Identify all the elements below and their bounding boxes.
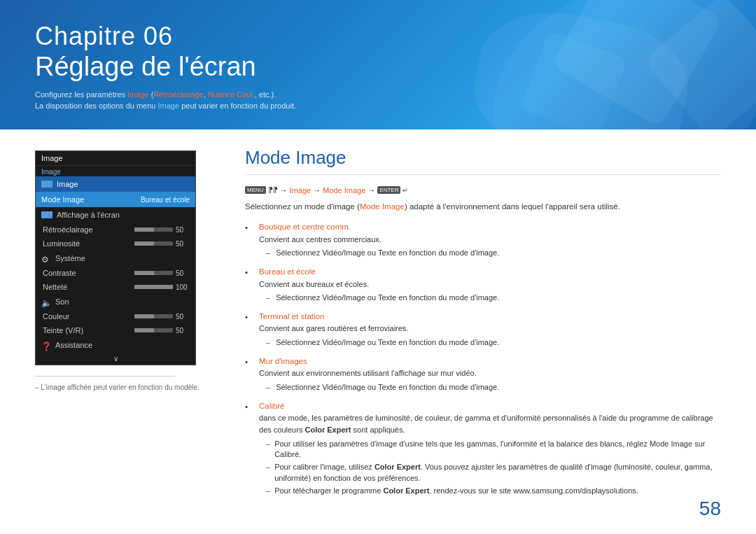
teinte-bar [134, 328, 173, 332]
affichage-icon [41, 211, 52, 218]
bureau-text: Convient aux bureaux et écoles. [259, 280, 369, 288]
calibre-content: Calibré dans ce mode, les paramètres de … [259, 400, 721, 499]
menu-item-contraste: Contraste 50 [36, 266, 195, 280]
terminal-sub-text: Sélectionnez Vidéo/Image ou Texte en fon… [276, 337, 499, 348]
calibre-text: dans ce mode, les paramètres de luminosi… [259, 414, 713, 434]
subtitle-link-retro: Rétroéclairage [153, 90, 204, 99]
calibre-sub-list: Pour utiliser les paramètres d'image d'u… [266, 439, 721, 497]
page-title: Réglage de l'écran [35, 51, 296, 83]
subtitle-link-nuance: Nuance Coul. [208, 90, 255, 99]
couleur-value: 50 [176, 313, 190, 321]
menu-item-nettete: Netteté 100 [36, 280, 195, 294]
bullet-boutique: Boutique et centre comm. Convient aux ce… [245, 221, 721, 260]
menu-section-label: Image [36, 166, 195, 176]
mur-sub-text: Sélectionnez Vidéo/Image ou Texte en fon… [276, 382, 499, 393]
menu-item-affichage: Affichage à l'écran [36, 207, 195, 223]
retroeclairage-value: 50 [176, 226, 190, 234]
menu-path: MENU ⁋⁋ → Image → Mode Image → ENTER ↵ [245, 185, 721, 195]
bullet-bureau: Bureau et école Convient aux bureaux et … [245, 266, 721, 305]
teinte-bar-container: 50 [134, 327, 190, 335]
divider [35, 376, 175, 377]
mur-sub: Sélectionnez Vidéo/Image ou Texte en fon… [266, 382, 721, 393]
systeme-label: Système [55, 254, 85, 262]
left-panel: Image Image Image Mode Image Bureau et é… [35, 143, 217, 520]
couleur-bar-container: 50 [134, 313, 190, 321]
bullet-mur: Mur d'images Convient aux environnements… [245, 356, 721, 395]
bullet-terminal: Terminal et station Convient aux gares r… [245, 311, 721, 350]
menu-footnote: – L'image affichée peut varier en foncti… [35, 384, 217, 391]
image-icon [41, 181, 52, 188]
bullet-list: Boutique et centre comm. Convient aux ce… [245, 221, 721, 498]
terminal-text: Convient aux gares routières et ferrovia… [259, 324, 408, 332]
path-arrow3: → [368, 186, 375, 195]
bureau-title: Bureau et école [259, 267, 316, 276]
mode-image-label: Mode Image [41, 195, 84, 204]
chevron-down-icon: ∨ [36, 353, 195, 365]
menu-item-teinte: Teinte (V/R) 50 [36, 323, 195, 337]
mur-text: Convient aux environnements utilisant l'… [259, 369, 477, 377]
mur-content: Mur d'images Convient aux environnements… [259, 356, 721, 395]
subtitle-line2: La disposition des options du menu Image… [35, 100, 296, 112]
path-arrow2: → [313, 186, 321, 195]
chapter-label: Chapitre 06 [35, 21, 296, 51]
menu-item-mode-image: Mode Image Bureau et école [36, 192, 195, 207]
contraste-value: 50 [176, 269, 190, 277]
nettete-label: Netteté [43, 283, 67, 291]
luminosite-bar-fill [134, 241, 154, 246]
menu-header-label: Image [36, 151, 195, 166]
boutique-title: Boutique et centre comm. [259, 223, 351, 231]
couleur-bar-fill [134, 314, 154, 318]
teinte-value: 50 [176, 327, 190, 335]
calibre-sub-2: Pour calibrer l'image, utilisez Color Ex… [266, 462, 721, 484]
retroeclairage-label: Rétroéclairage [43, 225, 93, 234]
nettete-bar [134, 285, 173, 289]
teinte-label: Teinte (V/R) [43, 326, 83, 335]
calibre-sub-1: Pour utiliser les paramètres d'image d'u… [266, 439, 721, 461]
bullet-calibre: Calibré dans ce mode, les paramètres de … [245, 400, 721, 499]
menu-item-couleur: Couleur 50 [36, 309, 195, 323]
boutique-text: Convient aux centres commerciaux. [259, 235, 382, 244]
menu-screenshot: Image Image Image Mode Image Bureau et é… [35, 150, 196, 365]
couleur-label: Couleur [43, 312, 70, 321]
path-mode-image: Mode Image [323, 186, 365, 195]
path-arrow1: → [280, 186, 288, 195]
enter-icon: ENTER [377, 186, 400, 194]
boutique-sub: Sélectionnez Vidéo/Image ou Texte en fon… [266, 248, 721, 258]
contraste-bar [134, 271, 173, 275]
mode-image-value: Bureau et école [141, 196, 190, 204]
retroeclairage-bar-fill [134, 227, 154, 232]
right-panel: Mode Image MENU ⁋⁋ → Image → Mode Image … [245, 143, 721, 520]
contraste-bar-fill [134, 271, 154, 275]
subtitle-link-image2: Image [158, 101, 180, 110]
page-number: 58 [699, 498, 721, 520]
contraste-bar-container: 50 [134, 269, 190, 277]
teinte-bar-fill [134, 328, 154, 332]
question-icon: ❓ [41, 342, 51, 349]
menu-item-luminosite: Luminosité 50 [36, 237, 195, 251]
calibre-sub-3: Pour télécharger le programme Color Expe… [266, 486, 721, 496]
assistance-label: Assistance [55, 341, 92, 349]
speaker-icon: 🔈 [41, 298, 51, 305]
header-content: Chapitre 06 Réglage de l'écran Configure… [35, 21, 296, 112]
boutique-content: Boutique et centre comm. Convient aux ce… [259, 221, 721, 260]
luminosite-value: 50 [176, 240, 190, 248]
subtitle-line1: Configurez les paramètres Image (Rétroéc… [35, 89, 296, 101]
couleur-bar [134, 314, 173, 318]
bureau-sub: Sélectionnez Vidéo/Image ou Texte en fon… [266, 293, 721, 303]
menu-item-systeme: ⚙ Système [36, 251, 195, 266]
retroeclairage-bar-container: 50 [134, 226, 190, 234]
boutique-sub-text: Sélectionnez Vidéo/Image ou Texte en fon… [276, 248, 499, 258]
decorative-shape-3 [520, 30, 628, 129]
contraste-label: Contraste [43, 269, 76, 277]
bureau-content: Bureau et école Convient aux bureaux et … [259, 266, 721, 305]
menu-icon: MENU [245, 186, 266, 194]
retroeclairage-bar [134, 227, 173, 232]
header-subtitle: Configurez les paramètres Image (Rétroéc… [35, 89, 296, 112]
section-title: Mode Image [245, 147, 721, 175]
menu-item-assistance: ❓ Assistance [36, 337, 195, 353]
bureau-sub-text: Sélectionnez Vidéo/Image ou Texte en fon… [276, 293, 499, 303]
terminal-content: Terminal et station Convient aux gares r… [259, 311, 721, 350]
son-label: Son [55, 297, 69, 306]
luminosite-label: Luminosité [43, 239, 80, 248]
enter-symbol: ↵ [402, 187, 408, 194]
